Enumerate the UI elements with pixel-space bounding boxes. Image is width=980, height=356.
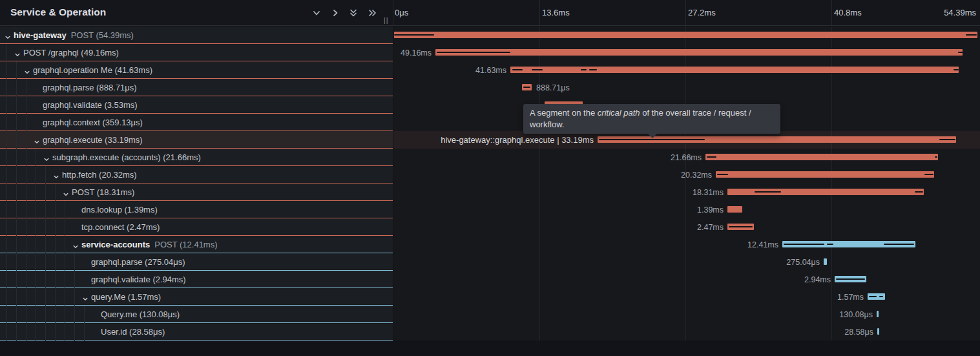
critical-path-segment: [827, 244, 833, 245]
tree-row[interactable]: tcp.connect (2.47ms): [0, 218, 393, 236]
waterfall-row: 28.58μs: [393, 323, 980, 340]
span-duration-bar[interactable]: [394, 32, 977, 38]
critical-path-segment: [599, 139, 705, 140]
indent-guide: [74, 288, 75, 306]
span-duration-label: 275.04μs: [786, 258, 820, 267]
span-duration-label: 49.16ms: [401, 48, 432, 58]
indent-guide: [36, 271, 36, 288]
indent-guide: [26, 131, 26, 149]
span-duration-bar[interactable]: [510, 67, 959, 73]
indent-guide: [55, 323, 56, 340]
tree-row[interactable]: POST /graphql (49.16ms): [0, 44, 393, 61]
span-duration-bar[interactable]: [705, 154, 938, 160]
column-resize-handle[interactable]: ||: [384, 16, 388, 24]
timeline-tick-label: 27.2ms: [688, 8, 716, 17]
tree-row[interactable]: graphql.execute (33.19ms): [0, 131, 393, 149]
collapse-chevron-icon[interactable]: [34, 136, 40, 143]
indent-guide: [6, 166, 7, 183]
critical-path-segment: [729, 226, 753, 227]
indent-guide: [16, 253, 17, 271]
collapse-chevron-icon[interactable]: [63, 189, 69, 195]
tree-row[interactable]: graphql.parse (275.04μs): [0, 253, 393, 271]
waterfall-row: 130.08μs: [393, 306, 980, 323]
indent-guide: [36, 149, 36, 166]
critical-path-segment: [924, 174, 933, 175]
indent-guide: [26, 79, 26, 96]
span-duration-bar[interactable]: [727, 206, 742, 213]
indent-guide: [16, 271, 17, 288]
tree-row[interactable]: graphql.operation Me (41.63ms): [0, 61, 393, 79]
tree-row[interactable]: User.id (28.58μs): [0, 323, 393, 340]
indent-guide: [65, 218, 65, 236]
indent-guide: [65, 201, 65, 218]
critical-path-segment: [939, 139, 955, 140]
indent-guide: [55, 253, 56, 271]
span-duration-bar[interactable]: [824, 258, 827, 265]
indent-guide: [55, 271, 56, 288]
indent-guide: [16, 183, 17, 201]
span-duration-label: 130.08μs: [839, 310, 873, 319]
indent-guide: [45, 201, 46, 218]
critical-path-segment: [512, 69, 523, 70]
tree-row[interactable]: query.Me (1.57ms): [0, 288, 393, 306]
indent-guide: [45, 271, 46, 288]
chevron-down-icon[interactable]: [311, 8, 322, 18]
tree-row[interactable]: graphql.validate (2.94ms): [0, 271, 393, 288]
indent-guide: [16, 149, 17, 166]
tree-row[interactable]: POST (18.31ms): [0, 183, 393, 201]
span-duration-label: 28.58μs: [844, 328, 873, 337]
critical-path-segment: [589, 69, 597, 70]
span-duration-bar[interactable]: [877, 328, 879, 335]
collapse-chevron-icon[interactable]: [14, 49, 21, 56]
timeline-tick-label: 13.6ms: [542, 8, 570, 17]
tree-row[interactable]: graphql.validate (3.53ms): [0, 96, 393, 114]
waterfall-row: 1.57ms: [393, 288, 980, 306]
waterfall-row: 12.41ms: [393, 236, 980, 253]
timeline-gridline: [685, 0, 686, 26]
indent-guide: [26, 236, 26, 253]
indent-guide: [26, 96, 26, 114]
collapse-chevron-icon[interactable]: [53, 171, 59, 178]
tree-row[interactable]: dns.lookup (1.39ms): [0, 201, 393, 218]
indent-guide: [26, 288, 26, 306]
tree-row[interactable]: subgraph.execute (accounts) (21.66ms): [0, 149, 393, 166]
tree-row[interactable]: http.fetch (20.32ms): [0, 166, 393, 183]
span-label: POST /graphql (49.16ms): [23, 48, 119, 58]
collapse-chevron-icon[interactable]: [43, 154, 50, 160]
collapse-chevron-icon[interactable]: [24, 67, 30, 73]
collapse-chevron-icon[interactable]: [82, 293, 89, 300]
double-chevron-right-icon[interactable]: [366, 8, 377, 18]
indent-guide: [16, 306, 17, 323]
indent-guide: [55, 306, 56, 323]
collapse-chevron-icon[interactable]: [5, 32, 11, 38]
chevron-right-icon[interactable]: [330, 8, 340, 18]
span-duration-bar[interactable]: [877, 311, 879, 317]
critical-path-segment: [717, 174, 728, 175]
critical-path-segment: [884, 244, 914, 245]
critical-path-segment: [966, 34, 977, 36]
indent-guide: [16, 236, 17, 253]
critical-path-segment: [755, 191, 781, 193]
span-tree-panel: hive-gatewayPOST (54.39ms)POST /graphql …: [0, 26, 393, 340]
waterfall-row: 18.31ms: [393, 183, 980, 201]
indent-guide: [36, 306, 36, 323]
indent-guide: [16, 201, 17, 218]
tree-row[interactable]: service-accountsPOST (12.41ms): [0, 236, 393, 253]
indent-guide: [65, 271, 65, 288]
double-chevron-down-icon[interactable]: [348, 8, 359, 18]
tree-row[interactable]: Query.me (130.08μs): [0, 306, 393, 323]
span-duration-bar[interactable]: [435, 49, 963, 56]
indent-guide: [26, 114, 26, 131]
span-label: http.fetch (20.32ms): [62, 170, 137, 180]
tree-row[interactable]: graphql.parse (888.71μs): [0, 79, 393, 96]
critical-path-segment: [394, 34, 434, 36]
collapse-chevron-icon[interactable]: [72, 241, 79, 247]
critical-path-segment: [523, 87, 530, 88]
indent-guide: [16, 61, 17, 79]
indent-guide: [36, 253, 36, 271]
span-duration-bar[interactable]: [716, 171, 934, 178]
indent-guide: [6, 323, 7, 340]
indent-guide: [65, 306, 65, 323]
tree-row[interactable]: hive-gatewayPOST (54.39ms): [0, 26, 393, 44]
tree-row[interactable]: graphql.context (359.13μs): [0, 114, 393, 131]
